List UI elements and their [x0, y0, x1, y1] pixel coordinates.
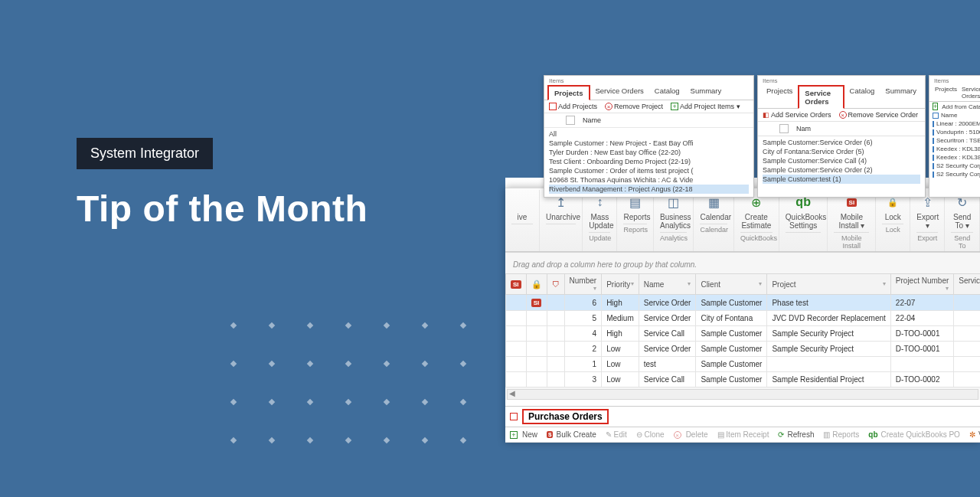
service-grid: SI🔒⛉Number ▾Priority ▾Name ▾Client ▾Proj… — [505, 273, 980, 387]
ribbon-ive[interactable]: ive — [505, 190, 540, 251]
table-row[interactable]: 3LowService CallSample CustomerSample Re… — [506, 372, 981, 387]
po-delete-button[interactable]: × Delete — [674, 430, 708, 439]
remove-project-button[interactable]: ×Remove Project — [605, 103, 663, 110]
tab-summary[interactable]: Summary — [880, 84, 922, 108]
po-collapse-icon[interactable] — [510, 413, 518, 420]
service-list-item[interactable]: Sample Customer:Service Order (6) — [763, 138, 920, 147]
add-service-orders-button[interactable]: ◧ Add Service Orders — [763, 111, 831, 119]
ribbon-business[interactable]: ◫BusinessAnalyticsAnalytics — [654, 190, 694, 251]
catalog-list-item[interactable]: S2 Security Corporation — [929, 162, 980, 170]
column-service[interactable]: Service ▾ — [954, 274, 980, 295]
po-edit-button[interactable]: ✎ Edit — [606, 430, 627, 439]
hero-badge: System Integrator — [77, 138, 213, 169]
service-list-item[interactable]: City of Fontana:Service Order (5) — [763, 147, 920, 156]
add-projects-button[interactable]: +Add Projects — [549, 103, 597, 110]
project-list-item[interactable]: All — [549, 129, 749, 139]
ribbon-calendar[interactable]: ▦CalendarCalendar — [694, 190, 733, 251]
po-reports-button[interactable]: ▥ Reports — [823, 430, 859, 439]
panes-label-c: Items — [929, 76, 980, 84]
tab-catalog[interactable]: Catalog — [844, 84, 880, 108]
po-create-quickbooks-po-button[interactable]: qb Create QuickBooks PO — [868, 430, 960, 439]
table-row[interactable]: 5MediumService OrderCity of FontanaJVC D… — [506, 311, 981, 326]
column-client[interactable]: Client ▾ — [696, 274, 767, 295]
hero-headline: Tip of the Month — [77, 188, 368, 230]
po-title: Purchase Orders — [522, 409, 609, 424]
panes-label: Items — [544, 76, 753, 84]
po-item-receipt-button[interactable]: ▤ Item Receipt — [717, 430, 769, 439]
paneA-name-column: Name — [583, 116, 601, 124]
catalog-list-item[interactable]: Securitron : TSB-CL — [929, 136, 980, 145]
tab-projects[interactable]: Projects — [547, 85, 590, 100]
po-new-button[interactable]: + New — [510, 430, 537, 439]
paneC-toolbar[interactable]: +Add from Catalog ▾ — [929, 102, 980, 111]
catalog-list-item[interactable]: Keedex : KDL38BLK — [929, 153, 980, 162]
project-list-item[interactable]: Riverbend Management : Project Angus (22… — [549, 185, 749, 194]
grid-group-hint: Drag and drop a column here to group by … — [505, 256, 980, 273]
ribbon-mobile[interactable]: SIMobileInstall ▾Mobile Install — [828, 190, 876, 251]
po-clone-button[interactable]: ⊖ Clone — [636, 430, 665, 439]
project-list-item[interactable]: Tyler Durden : New East bay Office (22-2… — [549, 148, 749, 157]
ribbon-create[interactable]: ⊕CreateEstimateQuickBooks — [734, 190, 779, 251]
ribbon-quickbooks[interactable]: qbQuickBooksSettings — [779, 190, 828, 251]
table-row[interactable]: SI6HighService OrderSample CustomerPhase… — [506, 295, 981, 311]
catalog-list-item[interactable]: Vonduprin : 5100-689 — [929, 128, 980, 136]
tab-projects[interactable]: Projects — [933, 84, 959, 101]
po-bulk-create-button[interactable]: $ Bulk Create — [547, 430, 596, 439]
ribbon-send[interactable]: ↻SendTo ▾Send To — [945, 190, 980, 251]
catalog-list-item[interactable]: Linear : 2000EM — [929, 119, 980, 128]
column-number[interactable]: Number ▾ — [564, 274, 602, 295]
service-list-item[interactable]: Sample Customer:test (1) — [763, 175, 920, 184]
add-project-items-button[interactable]: +Add Project Items ▾ — [671, 103, 740, 110]
column-priority[interactable]: Priority ▾ — [602, 274, 639, 295]
ribbon-reports[interactable]: ▤ReportsReports — [617, 190, 654, 251]
horizontal-scrollbar[interactable] — [507, 389, 978, 400]
ribbon-mass[interactable]: ↕MassUpdateUpdate — [583, 190, 617, 251]
service-list-item[interactable]: Sample Customer:Service Call (4) — [763, 156, 920, 165]
tab-summary[interactable]: Summary — [685, 84, 727, 100]
tab-service-orders[interactable]: Service Orders — [959, 84, 980, 101]
project-list-item[interactable]: Sample Customer : Order of items test pr… — [549, 166, 749, 175]
tab-catalog[interactable]: Catalog — [649, 84, 685, 100]
pane-catalog: Items ProjectsService Orders +Add from C… — [929, 75, 980, 198]
column-name[interactable]: Name ▾ — [639, 274, 696, 295]
ribbon-unarchive[interactable]: ↥Unarchive — [540, 190, 583, 251]
table-row[interactable]: 4HighService CallSample CustomerSample S… — [506, 326, 981, 342]
service-list-item[interactable]: Sample Customer:Service Order (2) — [763, 165, 920, 175]
column-icon0[interactable]: SI — [506, 274, 527, 295]
tab-projects[interactable]: Projects — [761, 84, 798, 108]
project-list-item[interactable]: Test Client : Onboarding Demo Project (2… — [549, 157, 749, 166]
po-vend-button[interactable]: ✼ Vend — [969, 430, 980, 439]
po-toolbar: + New$ Bulk Create✎ Edit⊖ Clone× Delete▤… — [505, 427, 980, 443]
table-row[interactable]: 2LowService OrderSample CustomerSample S… — [506, 342, 981, 357]
column-project-number[interactable]: Project Number ▾ — [890, 274, 953, 295]
catalog-list-item[interactable]: S2 Security Corporation — [929, 170, 980, 178]
column-icon2[interactable]: ⛉ — [547, 274, 564, 295]
column-icon1[interactable]: 🔒 — [526, 274, 547, 295]
project-list-item[interactable]: 10968 St. Thomas Aquinas Wichita : AC & … — [549, 175, 749, 185]
panes-label-b: Items — [758, 76, 925, 84]
po-refresh-button[interactable]: ⟳ Refresh — [778, 430, 814, 439]
paneB-name-column: Nam — [796, 125, 811, 132]
project-list-item[interactable]: Sample Customer : New Project - East Bay… — [549, 139, 749, 148]
tab-service-orders[interactable]: Service Orders — [798, 85, 844, 109]
pane-service-orders: Items ProjectsService OrdersCatalogSumma… — [757, 75, 926, 198]
table-row[interactable]: 1LowtestSample Customer — [506, 357, 981, 372]
tab-service-orders[interactable]: Service Orders — [590, 84, 649, 100]
app-window: ive ↥Unarchive ↕MassUpdateUpdate▤Reports… — [505, 188, 980, 443]
pane-projects: Items ProjectsService OrdersCatalogSumma… — [544, 75, 754, 198]
remove-service-order-button[interactable]: ×Remove Service Order — [839, 111, 919, 119]
ribbon-export[interactable]: ⇪Export▾Export — [910, 190, 945, 251]
ribbon-lock[interactable]: 🔒LockLock — [876, 190, 910, 251]
column-project[interactable]: Project ▾ — [767, 274, 890, 295]
decorative-dots — [214, 306, 482, 459]
catalog-list-item[interactable]: Keedex : KDL38A — [929, 145, 980, 153]
